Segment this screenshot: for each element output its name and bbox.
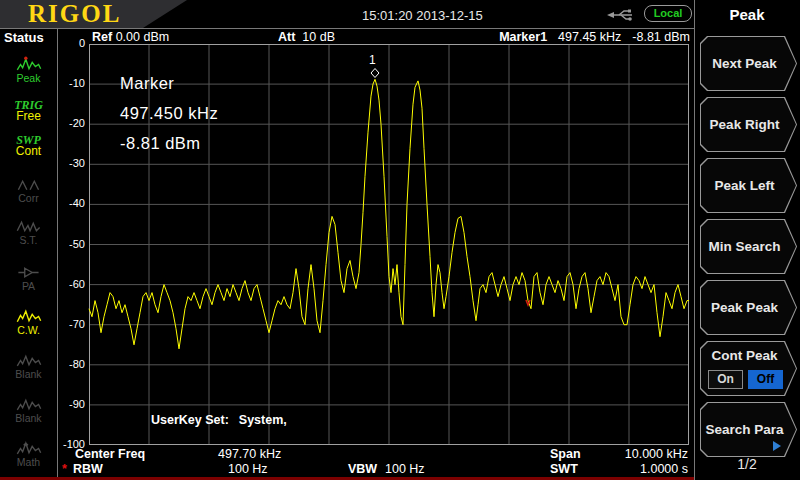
userkey-message: UserKey Set: System,	[151, 413, 287, 427]
status-item-label: Peak	[17, 72, 41, 84]
cont-peak-on-button[interactable]: On	[708, 370, 743, 389]
userkey-label: UserKey Set:	[151, 413, 229, 427]
wave-cw-icon	[16, 308, 42, 325]
status-item-st: S.T.	[0, 218, 57, 246]
vbw-label: VBW	[348, 462, 377, 476]
swt-value: 1.0000 s	[600, 462, 688, 476]
userkey-value: System,	[239, 413, 287, 427]
status-item-blank: Blank	[0, 352, 57, 380]
peak-right-button[interactable]: Peak Right	[700, 97, 797, 152]
center-freq-value: 497.70 kHz	[218, 447, 281, 461]
attenuation-readout: Att 10 dB	[278, 30, 335, 44]
pa-icon	[16, 264, 42, 281]
spectrum-analyzer-screen: RIGOL 15:01:20 2013-12-15 Local Peak Sta…	[0, 0, 800, 480]
y-axis-tick: 0	[58, 37, 85, 49]
marker1-freq: 497.45 kHz	[558, 30, 621, 44]
min-search-button[interactable]: Min Search	[700, 219, 797, 274]
next-peak-button[interactable]: Next Peak	[700, 36, 797, 91]
ref-level-readout: Ref 0.00 dBm	[92, 30, 169, 44]
clock: 15:01:20 2013-12-15	[362, 8, 483, 23]
status-value: Free	[0, 111, 57, 122]
status-item-cw: C.W.	[0, 308, 57, 336]
cont-peak-off-button[interactable]: Off	[748, 370, 783, 389]
y-axis-tick: -80	[58, 358, 85, 370]
marker-overlay-freq: 497.450 kHz	[120, 104, 218, 123]
y-axis-tick: -50	[58, 238, 85, 250]
status-item-blank: Blank	[0, 396, 57, 424]
local-badge: Local	[644, 5, 692, 22]
cont-peak-toggle: OnOff	[708, 370, 783, 389]
marker1-point-label: 1	[369, 53, 376, 67]
softkey-menu-title: Peak	[694, 6, 800, 23]
ref-label: Ref	[92, 30, 112, 44]
status-item-pa: PA	[0, 264, 57, 292]
ref-value: 0.00 dBm	[116, 30, 170, 44]
softkey-label: Peak Left	[702, 158, 787, 213]
status-item-label: Blank	[15, 412, 41, 424]
vbw-value: 100 Hz	[385, 462, 425, 476]
y-axis-tick: -70	[58, 318, 85, 330]
peak-dot-icon	[24, 56, 27, 59]
status-item-math: Math	[0, 440, 57, 468]
y-axis-tick: -40	[58, 197, 85, 209]
span-label: Span	[550, 447, 581, 461]
menu-page-indicator: 1/2	[694, 456, 800, 472]
rbw-coupled-star: *	[62, 462, 67, 476]
att-label: Att	[278, 30, 295, 44]
status-item-label: Blank	[15, 368, 41, 380]
y-axis-tick: -60	[58, 278, 85, 290]
marker-overlay-ampl: -8.81 dBm	[120, 134, 201, 153]
softkey-label: Next Peak	[702, 36, 787, 91]
y-axis-tick: -90	[58, 398, 85, 410]
wave-peak-icon	[16, 56, 42, 73]
marker1-ampl: -8.81 dBm	[632, 30, 690, 44]
wave-math-icon	[16, 440, 42, 457]
wave-st-icon	[16, 218, 42, 235]
marker1-readout: Marker1 497.45 kHz -8.81 dBm	[430, 30, 690, 44]
status-item-label: Corr	[18, 192, 38, 204]
status-item-label: C.W.	[17, 324, 40, 336]
rbw-label: RBW	[73, 462, 103, 476]
y-axis-tick: -20	[58, 117, 85, 129]
topbar-divider	[0, 28, 694, 29]
cont-peak-button[interactable]: Cont PeakOnOff	[700, 341, 797, 396]
status-panel-title: Status	[4, 30, 44, 45]
softkey-label: Peak Peak	[702, 280, 787, 335]
marker1-label: Marker1	[499, 30, 547, 44]
span-value: 10.000 kHz	[600, 447, 688, 461]
y-axis-tick: -30	[58, 157, 85, 169]
swt-label: SWT	[550, 462, 578, 476]
marker1-diamond-icon	[371, 69, 379, 78]
spectrum-plot	[0, 0, 800, 480]
y-axis-tick: -10	[58, 77, 85, 89]
submenu-arrow-icon	[773, 441, 781, 451]
status-item-peak: Peak	[0, 56, 57, 84]
rigol-logo: RIGOL	[28, 0, 121, 28]
marker-overlay-title: Marker	[120, 74, 174, 93]
status-item-label: PA	[22, 280, 35, 292]
usb-icon	[606, 7, 636, 23]
rbw-value: 100 Hz	[228, 462, 268, 476]
wave-blank-icon	[16, 396, 42, 413]
status-value: Cont	[0, 146, 57, 157]
softkey-label: Min Search	[702, 219, 787, 274]
peak-left-button[interactable]: Peak Left	[700, 158, 797, 213]
status-item-label: S.T.	[19, 234, 37, 246]
att-value: 10 dB	[302, 30, 335, 44]
wave-blank-icon	[16, 352, 42, 369]
status-item-label: Math	[17, 456, 40, 468]
wave-corr-icon	[16, 176, 42, 193]
center-freq-label: Center Freq	[75, 447, 145, 461]
status-item-cont: SWPCont	[0, 135, 57, 157]
status-item-free: TRIGFree	[0, 100, 57, 122]
search-para-button[interactable]: Search Para	[700, 402, 797, 457]
menu-divider	[694, 0, 695, 480]
softkey-label: Peak Right	[702, 97, 787, 152]
status-item-corr: Corr	[0, 176, 57, 204]
peak-peak-button[interactable]: Peak Peak	[700, 280, 797, 335]
